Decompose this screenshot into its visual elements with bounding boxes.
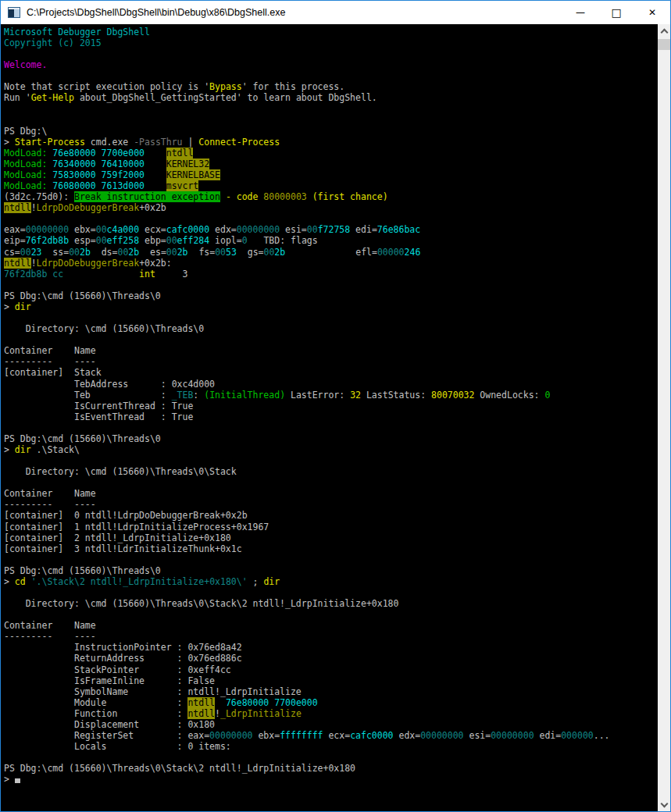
console-line: > cd '.\Stack\2 ntdll!_LdrpInitialize+0x… [4, 576, 658, 587]
console-line [4, 477, 658, 488]
console-line: eip=76f2db8b esp=00eff258 ebp=00eff284 i… [4, 235, 658, 246]
console-line: Copyright (c) 2015 [4, 37, 658, 48]
console-line: > dir [4, 301, 658, 312]
console-line [4, 70, 658, 81]
console-line: ModLoad: 76080000 7613d000 msvcrt [4, 180, 658, 191]
console-line: Locals : 0 items: [4, 741, 658, 752]
console-line: Container Name [4, 345, 658, 356]
console-line: eax=00000000 ebx=00c4a000 ecx=cafc0000 e… [4, 224, 658, 235]
maximize-button[interactable]: □ [598, 1, 634, 24]
window-controls: — □ ✕ [562, 1, 670, 24]
console-line: > Start-Process cmd.exe -PassThru | Conn… [4, 137, 658, 148]
console-line: SymbolName : ntdll!_LdrpInitialize [4, 686, 658, 697]
console-app-icon [8, 7, 20, 18]
console-line: Displacement : 0x180 [4, 719, 658, 730]
console-line: ModLoad: 76340000 76410000 KERNEL32 [4, 158, 658, 169]
console-line: Directory: \cmd (15660)\Threads\0 [4, 323, 658, 334]
console-line: InstructionPointer : 0x76ed8a42 [4, 642, 658, 653]
console-line: > dir .\Stack\ [4, 444, 658, 455]
console-line: Teb : _TEB: (InitialThread) LastError: 3… [4, 390, 658, 401]
console-line: PS Dbg:\cmd (15660)\Threads\0 [4, 433, 658, 444]
console-line: --------- ---- [4, 499, 658, 510]
console-line: Module : ntdll 76e80000 7700e000 [4, 697, 658, 708]
console-line: Note that script execution policy is 'By… [4, 81, 658, 92]
chevron-up-icon [660, 28, 668, 36]
console-line [4, 312, 658, 323]
console-line: Directory: \cmd (15660)\Threads\0\Stack\… [4, 598, 658, 609]
title-bar[interactable]: C:\Projects\DbgShell\DbgShell\bin\Debug\… [1, 1, 670, 24]
console-line: (3d2c.75d0): Break instruction exception… [4, 191, 658, 202]
console-line [4, 115, 658, 126]
console-line: 76f2db8b cc int 3 [4, 269, 658, 280]
console-line [4, 609, 658, 620]
console-line: [container] Stack [4, 367, 658, 378]
dbgshell-window: C:\Projects\DbgShell\DbgShell\bin\Debug\… [0, 0, 671, 812]
close-button[interactable]: ✕ [634, 1, 670, 24]
console-line: [container] 3 ntdll!LdrInitializeThunk+0… [4, 543, 658, 554]
console-line: IsFrameInline : False [4, 675, 658, 686]
console-line [4, 587, 658, 598]
console-line: ModLoad: 76e80000 7700e000 ntdll [4, 148, 658, 158]
scrollbar[interactable] [658, 24, 670, 811]
console-line: PS Dbg:\cmd (15660)\Threads\0\Stack\2 nt… [4, 763, 658, 774]
console-line: Welcome. [4, 59, 658, 70]
console-line: IsEventThread : True [4, 411, 658, 422]
console-line: TebAddress : 0xc4d000 [4, 379, 658, 390]
console-line: Run 'Get-Help about_DbgShell_GettingStar… [4, 92, 658, 103]
console-line: > [4, 774, 658, 785]
text-cursor [15, 778, 20, 783]
console-line: Container Name [4, 620, 658, 631]
console-line: [container] 0 ntdll!LdrpDoDebuggerBreak+… [4, 510, 658, 521]
console-line [4, 48, 658, 59]
console-line: RegisterSet : eax=00000000 ebx=ffffffff … [4, 730, 658, 741]
console-line: ntdll!LdrpDoDebuggerBreak+0x2b [4, 202, 658, 213]
console-line: cs=0023 ss=002b ds=002b es=002b fs=0053 … [4, 247, 658, 258]
console-line: [container] 2 ntdll!_LdrpInitialize+0x18… [4, 532, 658, 543]
minimize-button[interactable]: — [562, 1, 598, 24]
console-line [4, 752, 658, 763]
console-line [4, 104, 658, 115]
console-line: --------- ---- [4, 356, 658, 367]
console-line: StackPointer : 0xeff4cc [4, 664, 658, 675]
console-line [4, 334, 658, 345]
scrollbar-up-button[interactable] [658, 24, 670, 37]
console-line: ntdll!LdrpDoDebuggerBreak+0x2b: [4, 258, 658, 269]
console-line: PS Dbg:\cmd (15660)\Threads\0 [4, 565, 658, 576]
scrollbar-down-button[interactable] [658, 798, 670, 811]
console-line: IsCurrentThread : True [4, 401, 658, 411]
window-title: C:\Projects\DbgShell\DbgShell\bin\Debug\… [27, 7, 562, 18]
console-line [4, 213, 658, 224]
console-line: --------- ---- [4, 631, 658, 642]
console-line [4, 455, 658, 466]
console-line [4, 280, 658, 290]
scrollbar-thumb[interactable] [658, 39, 670, 50]
console-line: Function : ntdll!_LdrpInitialize [4, 708, 658, 719]
console-line: PS Dbg:\cmd (15660)\Threads\0 [4, 290, 658, 301]
console-line: ReturnAddress : 0x76ed886c [4, 653, 658, 664]
console-line: ModLoad: 75830000 759f2000 KERNELBASE [4, 169, 658, 180]
console-line: Microsoft Debugger DbgShell [4, 27, 658, 37]
console-line [4, 422, 658, 433]
console-line: PS Dbg:\ [4, 126, 658, 137]
chevron-down-icon [660, 800, 668, 807]
console-line: Directory: \cmd (15660)\Threads\0\Stack [4, 466, 658, 477]
console-line: [container] 1 ntdll!LdrpInitializeProces… [4, 522, 658, 532]
console-line [4, 554, 658, 565]
console-line: Container Name [4, 488, 658, 499]
console-output[interactable]: Microsoft Debugger DbgShellCopyright (c)… [1, 24, 658, 811]
